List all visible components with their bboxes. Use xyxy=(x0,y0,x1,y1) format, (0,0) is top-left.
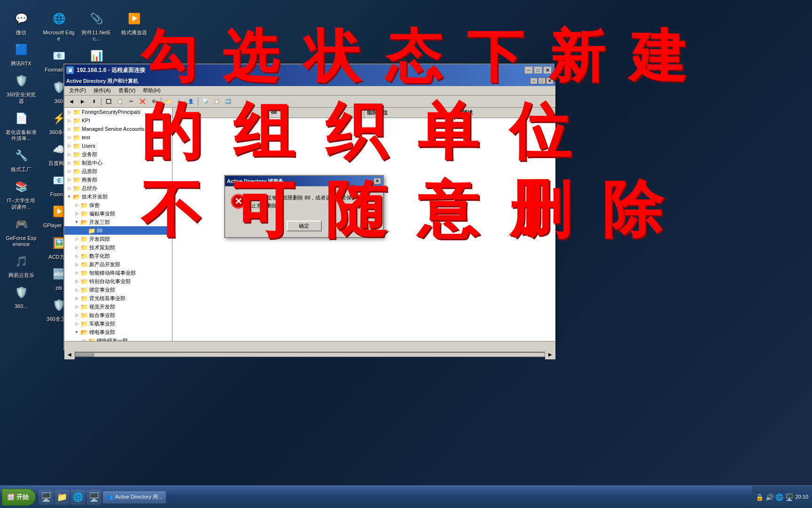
toolbar-btn4[interactable]: ❌ xyxy=(137,97,148,106)
bottom-scrollbar[interactable]: ◀ ▶ xyxy=(64,351,555,357)
tree-item-10[interactable]: ▼ 📂 技术开发部 xyxy=(64,192,172,201)
tree-expand-16[interactable]: ▷ xyxy=(73,244,80,251)
tree-item-15[interactable]: ▷ 📁 开发四部 xyxy=(64,235,172,243)
tree-item-1[interactable]: ▷ 📁 KPI xyxy=(64,116,172,125)
scroll-thumb[interactable] xyxy=(75,353,94,357)
tray-icon-3[interactable]: 🌐 xyxy=(775,493,783,501)
tree-expand-5[interactable]: ▷ xyxy=(65,151,73,158)
tree-item-18[interactable]: ▷ 📁 新产品开发部 xyxy=(64,260,172,269)
desktop-icon-9[interactable]: 🌐 Microsoft Edge xyxy=(42,9,75,42)
tree-item-3[interactable]: ▷ 📁 test xyxy=(64,133,172,142)
toolbar-btn5[interactable]: ⚙ xyxy=(148,97,159,106)
dialog-ok-button[interactable]: 确定 xyxy=(287,221,322,231)
tree-item-0[interactable]: ▷ 📁 ForeignSecurityPrincipals xyxy=(64,108,172,116)
tree-item-13[interactable]: ▼ 📂 开发三部 xyxy=(64,218,172,226)
tree-item-24[interactable]: ▷ 📁 贴合事业部 xyxy=(64,311,172,319)
rdp-min-btn[interactable]: ─ xyxy=(524,66,533,74)
tray-icon-4[interactable]: 🖥️ xyxy=(785,493,793,501)
tree-expand-9[interactable]: ▷ xyxy=(65,184,73,192)
tree-expand-20[interactable]: ▷ xyxy=(73,278,80,285)
taskbar-icon-2[interactable]: 📁 xyxy=(55,490,70,505)
tree-expand-26[interactable]: ▼ xyxy=(73,328,80,336)
desktop-icon-6[interactable]: 🎮 GeForce Experience xyxy=(5,215,38,247)
desktop-icon-19[interactable]: 📎 附件11.NetEc... xyxy=(80,9,113,42)
tree-item-25[interactable]: ▷ 📁 车载事业部 xyxy=(64,319,172,328)
tree-item-16[interactable]: ▷ 📁 技术策划部 xyxy=(64,243,172,252)
taskbar-window-ad[interactable]: 👥 Active Directory 用... xyxy=(102,491,166,504)
tree-expand-17[interactable]: ▷ xyxy=(73,252,80,260)
tree-expand-18[interactable]: ▷ xyxy=(73,261,80,268)
tree-expand-4[interactable]: ▷ xyxy=(65,142,73,150)
ad-close-btn[interactable]: ✕ xyxy=(546,78,554,84)
tree-item-5[interactable]: ▷ 📁 业务部 xyxy=(64,150,172,159)
toolbar-btn9[interactable]: 📊 xyxy=(200,97,211,106)
tree-item-14[interactable]: 📁 88 xyxy=(64,226,172,235)
tray-icon-2[interactable]: 🔊 xyxy=(765,493,773,501)
scroll-left-btn[interactable]: ◀ xyxy=(64,350,75,359)
tree-expand-7[interactable]: ▷ xyxy=(65,167,73,175)
tree-expand-2[interactable]: ▷ xyxy=(65,125,73,133)
toolbar-back[interactable]: ◀ xyxy=(66,97,77,106)
desktop-icon-3[interactable]: 📄 老化设备标准件清单... xyxy=(5,109,38,142)
rdp-max-btn[interactable]: □ xyxy=(534,66,542,74)
toolbar-forward[interactable]: ▶ xyxy=(78,97,88,106)
tree-item-2[interactable]: ▷ 📁 Managed Service Accounts xyxy=(64,125,172,133)
tree-item-4[interactable]: ▷ 📁 Users xyxy=(64,142,172,150)
tree-expand-6[interactable]: ▷ xyxy=(65,159,73,167)
menu-file[interactable]: 文件(F) xyxy=(66,86,89,95)
tree-item-23[interactable]: ▷ 📁 视觉开发部 xyxy=(64,302,172,311)
tree-item-11[interactable]: ▷ 📁 保密 xyxy=(64,201,172,209)
desktop-icon-8[interactable]: 🛡️ 360... xyxy=(5,283,38,310)
taskbar-icon-1[interactable]: 🖥️ xyxy=(39,490,54,505)
tree-expand-14[interactable] xyxy=(80,227,88,234)
tree-item-19[interactable]: ▷ 📁 智能移动终端事业部 xyxy=(64,269,172,277)
tree-item-27[interactable]: ▷ 📁 锂电研发一部 xyxy=(64,336,172,341)
tree-expand-3[interactable]: ▷ xyxy=(65,134,73,141)
taskbar-icon-3[interactable]: 🌐 xyxy=(70,490,86,505)
toolbar-btn2[interactable]: 📋 xyxy=(115,97,125,106)
toolbar-btn11[interactable]: 🔤 xyxy=(223,97,233,106)
tree-item-9[interactable]: ▷ 📁 总经办 xyxy=(64,184,172,192)
tree-expand-27[interactable]: ▷ xyxy=(80,337,88,341)
ad-tree-panel[interactable]: ▷ 📁 ForeignSecurityPrincipals ▷ 📁 KPI ▷ … xyxy=(64,108,172,341)
tree-item-22[interactable]: ▷ 📁 背光组装事业部 xyxy=(64,294,172,302)
tree-item-6[interactable]: ▷ 📁 制造中心 xyxy=(64,159,172,167)
tree-expand-22[interactable]: ▷ xyxy=(73,294,80,302)
tree-expand-25[interactable]: ▷ xyxy=(73,320,80,327)
tree-item-20[interactable]: ▷ 📁 特别自动化事业部 xyxy=(64,277,172,286)
tree-item-7[interactable]: ▷ 📁 品质部 xyxy=(64,167,172,175)
tree-item-12[interactable]: ▷ 📁 偏贴事业部 xyxy=(64,209,172,218)
scroll-track[interactable] xyxy=(75,352,545,357)
toolbar-btn8[interactable]: 👤 xyxy=(186,97,196,106)
tree-expand-0[interactable]: ▷ xyxy=(65,108,73,116)
desktop-icon-1[interactable]: 🟦 腾讯RTX xyxy=(5,40,38,67)
tree-item-26[interactable]: ▼ 📂 锂电事业部 xyxy=(64,328,172,336)
desktop-icon-0[interactable]: 💬 微信 xyxy=(5,9,38,36)
tray-icon-1[interactable]: 🔒 xyxy=(756,493,764,501)
desktop-icon-4[interactable]: 🔧 格式工厂 xyxy=(5,146,38,173)
toolbar-btn6[interactable]: 📁 xyxy=(163,97,173,106)
desktop-icon-29[interactable]: ▶️ 格式播放器 xyxy=(117,9,150,36)
tree-expand-15[interactable]: ▷ xyxy=(73,235,80,243)
desktop-icon-7[interactable]: 🎵 网易云音乐 xyxy=(5,252,38,278)
toolbar-btn3[interactable]: ✂ xyxy=(126,97,136,106)
tree-expand-10[interactable]: ▼ xyxy=(65,193,73,200)
tree-item-21[interactable]: ▷ 📁 绑定事业部 xyxy=(64,286,172,294)
tree-expand-12[interactable]: ▷ xyxy=(73,210,80,217)
tree-expand-11[interactable]: ▷ xyxy=(73,201,80,209)
tree-expand-1[interactable]: ▷ xyxy=(65,117,73,124)
taskbar-icon-4[interactable]: 🖥️ xyxy=(86,490,102,505)
menu-help[interactable]: 帮助(H) xyxy=(140,86,163,95)
start-button[interactable]: 🪟 开始 xyxy=(2,489,36,506)
toolbar-up[interactable]: ⬆ xyxy=(89,97,99,106)
tree-expand-13[interactable]: ▼ xyxy=(73,218,80,226)
ad-min-btn[interactable]: ─ xyxy=(530,78,538,84)
tree-expand-24[interactable]: ▷ xyxy=(73,311,80,319)
menu-view[interactable]: 查看(V) xyxy=(116,86,139,95)
tree-item-8[interactable]: ▷ 📁 商务部 xyxy=(64,175,172,184)
tree-expand-21[interactable]: ▷ xyxy=(73,286,80,294)
dialog-close-btn[interactable]: ✕ xyxy=(374,178,381,184)
toolbar-btn7[interactable]: 🔍 xyxy=(174,97,185,106)
desktop-icon-2[interactable]: 🛡️ 360安全浏览器 xyxy=(5,71,38,104)
scroll-right-btn[interactable]: ▶ xyxy=(545,350,555,359)
